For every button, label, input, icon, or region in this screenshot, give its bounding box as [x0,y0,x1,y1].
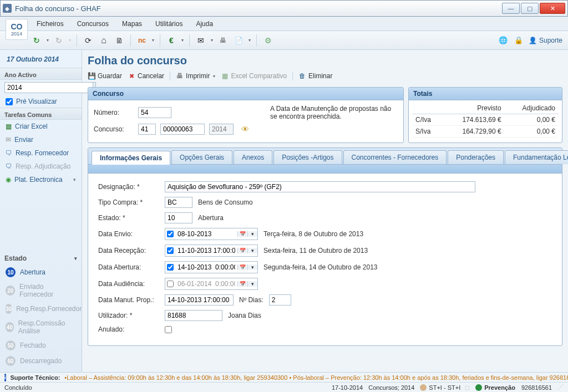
pre-visualizar-label: Pré Visualizar [16,98,57,105]
eye-icon[interactable]: 👁 [241,125,249,134]
euro-icon[interactable] [166,35,177,46]
eliminar-button[interactable]: Eliminar [298,72,332,80]
save-icon [88,72,95,80]
cancelar-button[interactable]: Cancelar [128,72,164,80]
tab-anexos[interactable]: Anexos [234,150,272,164]
menu-concursos[interactable]: Concursos [72,18,114,30]
estado-abertura[interactable]: 10Abertura [0,264,82,280]
menu-ficheiros[interactable]: Ficheiros [31,18,69,30]
refresh-icon[interactable] [83,35,94,46]
estado-resp-comissao[interactable]: 40Resp.Comissão Análise [0,317,82,338]
ndias-input[interactable] [269,294,291,306]
status-badge: 20 [6,286,15,296]
lock-icon[interactable] [513,35,524,46]
mail-icon[interactable] [195,35,206,46]
dropdown-icon[interactable]: ▾ [247,264,257,270]
settings-icon[interactable] [262,35,273,46]
excel-icon [6,123,12,130]
status-label: Resp.Comissão Análise [18,319,76,335]
concurso-c1-input[interactable] [138,124,156,135]
support-label: Suporte Técnico: [11,374,60,381]
data-recep-check[interactable] [167,247,174,254]
imprimir-button[interactable]: Imprimir▾ [176,72,215,80]
designacao-input[interactable] [165,181,475,192]
data-aud-check[interactable] [167,281,174,287]
dropdown-icon[interactable]: ▾ [247,231,257,237]
data-aud-input[interactable] [175,278,237,289]
minimize-button[interactable]: — [502,3,520,14]
send-icon [6,136,11,144]
status-label: Reg.Resp.Fornecedor [16,305,82,313]
sidebar-item-resp-adjudicacao[interactable]: Resp. Adjudicação [0,160,82,173]
tab-ponderacoes[interactable]: Ponderações [448,150,504,164]
menu-utilitarios[interactable]: Utilitários [150,18,188,30]
pdf-icon[interactable] [233,35,244,46]
new-doc-icon[interactable] [114,35,125,46]
utilizador-input[interactable] [165,310,222,321]
excel-icon [221,72,229,80]
maximize-button[interactable]: ▢ [521,3,539,14]
ano-activo-select[interactable]: ▾ [4,82,77,93]
sidebar-item-enviar[interactable]: Enviar [0,133,82,146]
data-aud-picker[interactable]: 📅 ▾ [165,278,258,290]
print-icon[interactable] [217,35,229,46]
data-abert-check[interactable] [167,264,174,271]
nc-icon[interactable] [136,35,148,46]
support-text: •Laboral – Assistência: 09:00h às 12:30h… [64,374,568,381]
estado-title[interactable]: Estado▾ [0,251,82,264]
app-logo: CO 2014 [6,19,28,40]
dropdown-icon[interactable]: ▾ [247,248,257,253]
tipo-compra-input[interactable] [165,197,192,208]
calendar-icon[interactable]: 📅 [237,231,247,237]
pre-visualizar-checkbox[interactable] [6,98,13,105]
ano-activo-input[interactable] [4,82,93,93]
calendar-icon[interactable]: 📅 [237,281,247,287]
close-button[interactable]: ✕ [540,3,565,14]
support-link[interactable]: Suporte [529,37,562,44]
sidebar: 17 Outubro 2014 Ano Activo ▾ Pré Visuali… [0,50,82,372]
delete-icon [298,72,306,80]
estado-input[interactable] [165,212,192,223]
tab-info-gerais[interactable]: Informações Gerais [92,151,170,165]
data-envio-picker[interactable]: 📅 ▾ [165,228,258,240]
nav-back-icon[interactable] [31,35,42,46]
totais-panel-header: Totais [409,88,562,100]
tab-posicoes[interactable]: Posições -Artigos [273,150,342,164]
menu-mapas[interactable]: Mapas [116,18,148,30]
home-icon[interactable] [98,35,109,46]
data-manut-input[interactable] [165,294,234,306]
globe-icon[interactable] [498,35,509,46]
cancel-icon [128,72,135,80]
concurso-c2-input[interactable] [160,124,205,135]
estado-fechado[interactable]: 50Fechado [0,338,82,353]
sidebar-item-plat-electronica[interactable]: Plat. Electronica▾ [0,173,82,186]
sidebar-item-resp-fornecedor[interactable]: Resp. Fornecedor [0,146,82,160]
numero-input[interactable] [138,107,171,118]
estado-enviado[interactable]: 20Enviado Fornecedor [0,280,82,301]
estado-reg-resp[interactable]: 30Reg.Resp.Fornecedor [0,301,82,317]
tab-concorrentes[interactable]: Concorrentes - Fornecedores [343,150,447,164]
data-envio-check[interactable] [167,231,174,237]
sidebar-item-criar-excel[interactable]: Criar Excel [0,120,82,133]
calendar-icon[interactable]: 📅 [237,264,247,270]
logo-year: 2014 [11,31,22,37]
tab-fundamentacao[interactable]: Fundamentação Legal [505,150,568,164]
dropdown-icon[interactable]: ▾ [247,281,257,287]
calendar-icon[interactable]: 📅 [237,248,247,253]
anulado-checkbox[interactable] [165,326,172,333]
data-abert-picker[interactable]: 📅 ▾ [165,261,258,273]
data-envio-input[interactable] [175,228,237,240]
excel-comparativo-button[interactable]: Excel Comparativo [221,72,287,80]
nav-forward-icon[interactable] [53,35,64,46]
resize-grip[interactable]: ⋰ [557,384,564,391]
data-recep-picker[interactable]: 📅 ▾ [165,245,258,257]
data-recep-input[interactable] [175,245,237,256]
status-badge: 60 [6,356,16,366]
col-blank [412,103,443,114]
pre-visualizar-check[interactable]: Pré Visualizar [0,95,82,108]
data-abert-input[interactable] [175,262,237,273]
estado-descarregado[interactable]: 60Descarregado [0,353,82,369]
tab-opcoes-gerais[interactable]: Opções Gerais [171,150,232,164]
menu-ajuda[interactable]: Ajuda [190,18,219,30]
guardar-button[interactable]: Guardar [88,72,122,80]
